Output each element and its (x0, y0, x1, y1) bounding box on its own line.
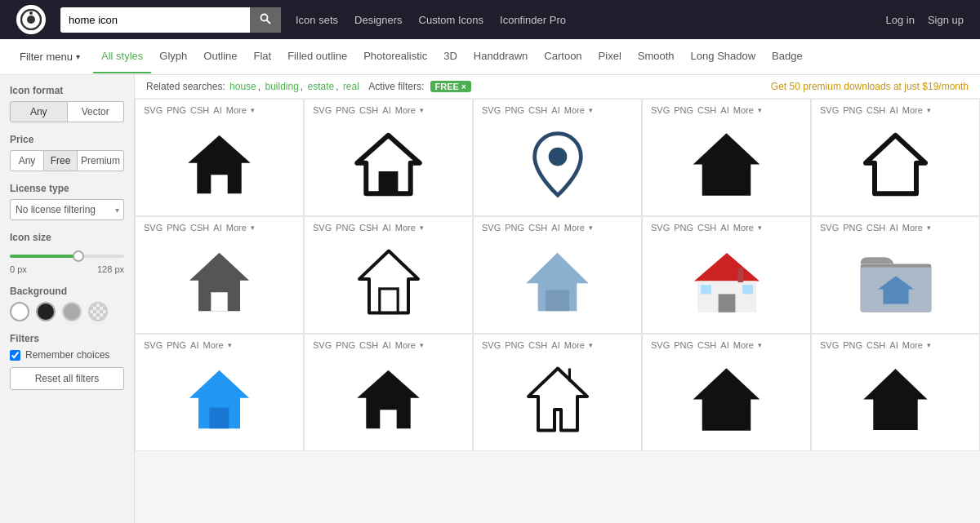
icon-cell[interactable]: SVG PNG CSH AI More ▾ (473, 334, 642, 451)
format-png[interactable]: PNG (505, 340, 524, 350)
format-ai[interactable]: AI (720, 223, 728, 233)
icon-cell[interactable]: SVG PNG CSH AI More ▾ (811, 216, 980, 334)
filter-menu-button[interactable]: Filter menu ▾ (13, 47, 87, 66)
nav-custom-icons[interactable]: Custom Icons (419, 14, 483, 26)
format-png[interactable]: PNG (336, 105, 355, 115)
format-csh[interactable]: CSH (359, 105, 378, 115)
tab-handdrawn[interactable]: Handdrawn (466, 40, 537, 73)
format-png[interactable]: PNG (167, 105, 186, 115)
format-svg[interactable]: SVG (651, 340, 670, 350)
format-csh[interactable]: CSH (866, 340, 885, 350)
format-png[interactable]: PNG (167, 223, 186, 233)
format-png[interactable]: PNG (167, 340, 186, 350)
format-ai[interactable]: AI (213, 223, 221, 233)
tab-smooth[interactable]: Smooth (630, 40, 683, 73)
format-svg[interactable]: SVG (820, 105, 839, 115)
related-building[interactable]: building (265, 81, 298, 92)
icon-cell[interactable]: SVG PNG CSH AI More ▾ (304, 216, 473, 334)
format-more[interactable]: More (733, 340, 754, 350)
format-csh[interactable]: CSH (359, 340, 378, 350)
icon-cell[interactable]: SVG PNG CSH AI More ▾ (642, 334, 811, 451)
tab-3d[interactable]: 3D (435, 40, 466, 73)
icon-cell[interactable]: SVG PNG CSH AI More ▾ (811, 334, 980, 451)
format-csh[interactable]: CSH (190, 105, 209, 115)
format-more[interactable]: More (395, 340, 416, 350)
format-more[interactable]: More (902, 105, 923, 115)
format-csh[interactable]: CSH (528, 340, 547, 350)
format-ai[interactable]: AI (720, 340, 728, 350)
format-ai[interactable]: AI (382, 340, 390, 350)
nav-designers[interactable]: Designers (354, 14, 403, 26)
format-csh[interactable]: CSH (866, 223, 885, 233)
format-more[interactable]: More (395, 223, 416, 233)
format-more[interactable]: More (226, 105, 247, 115)
format-png[interactable]: PNG (674, 223, 693, 233)
bg-black-swatch[interactable] (36, 302, 56, 321)
format-csh[interactable]: CSH (697, 340, 716, 350)
related-real[interactable]: real (343, 81, 359, 92)
format-any-button[interactable]: Any (10, 101, 68, 122)
icon-cell[interactable]: SVG PNG CSH AI More ▾ (642, 216, 811, 334)
format-svg[interactable]: SVG (820, 340, 839, 350)
format-ai[interactable]: AI (382, 105, 390, 115)
logo[interactable] (16, 5, 46, 34)
nav-pro[interactable]: Iconfinder Pro (500, 14, 566, 26)
format-svg[interactable]: SVG (482, 340, 501, 350)
format-ai[interactable]: AI (551, 105, 559, 115)
license-select[interactable]: No license filtering (10, 199, 124, 220)
format-svg[interactable]: SVG (482, 223, 501, 233)
format-png[interactable]: PNG (505, 105, 524, 115)
tab-glyph[interactable]: Glyph (151, 40, 195, 73)
format-svg[interactable]: SVG (651, 105, 670, 115)
format-more[interactable]: More (902, 340, 923, 350)
bg-gray-swatch[interactable] (62, 302, 82, 321)
icon-cell[interactable]: SVG PNG AI More ▾ (135, 334, 304, 451)
icon-cell[interactable]: SVG PNG CSH AI More ▾ (473, 216, 642, 334)
format-ai[interactable]: AI (889, 223, 898, 233)
format-png[interactable]: PNG (674, 340, 693, 350)
format-more[interactable]: More (733, 105, 754, 115)
format-more[interactable]: More (203, 340, 223, 350)
format-csh[interactable]: CSH (528, 105, 547, 115)
tab-badge[interactable]: Badge (764, 40, 811, 73)
icon-cell[interactable]: SVG PNG CSH AI More ▾ (135, 99, 304, 216)
free-badge[interactable]: FREE × (430, 81, 471, 92)
reset-filters-button[interactable]: Reset all filters (10, 367, 124, 390)
bg-checkered-swatch[interactable] (88, 302, 108, 321)
format-svg[interactable]: SVG (313, 340, 332, 350)
format-ai[interactable]: AI (551, 340, 559, 350)
nav-icon-sets[interactable]: Icon sets (296, 14, 338, 26)
format-csh[interactable]: CSH (528, 223, 547, 233)
format-csh[interactable]: CSH (190, 223, 209, 233)
format-more[interactable]: More (564, 223, 585, 233)
format-png[interactable]: PNG (336, 223, 355, 233)
format-ai[interactable]: AI (190, 340, 198, 350)
login-link[interactable]: Log in (885, 14, 914, 26)
format-ai[interactable]: AI (382, 223, 390, 233)
format-ai[interactable]: AI (213, 105, 221, 115)
format-more[interactable]: More (564, 105, 585, 115)
format-vector-button[interactable]: Vector (68, 101, 125, 122)
tab-cartoon[interactable]: Cartoon (536, 40, 590, 73)
format-png[interactable]: PNG (674, 105, 693, 115)
size-slider[interactable] (10, 255, 124, 258)
price-free-button[interactable]: Free (44, 150, 78, 171)
format-svg[interactable]: SVG (651, 223, 670, 233)
format-csh[interactable]: CSH (697, 223, 716, 233)
premium-promo[interactable]: Get 50 premium downloads at just $19/mon… (771, 81, 969, 92)
search-input[interactable] (60, 8, 250, 32)
format-csh[interactable]: CSH (697, 105, 716, 115)
tab-outline[interactable]: Outline (195, 40, 245, 73)
icon-cell[interactable]: SVG PNG CSH AI More ▾ (642, 99, 811, 216)
price-premium-button[interactable]: Premium (78, 150, 124, 171)
related-house[interactable]: house (229, 81, 256, 92)
icon-cell[interactable]: SVG PNG CSH AI More ▾ (135, 216, 304, 334)
format-ai[interactable]: AI (889, 105, 898, 115)
format-ai[interactable]: AI (889, 340, 898, 350)
tab-long-shadow[interactable]: Long Shadow (683, 40, 764, 73)
format-svg[interactable]: SVG (144, 340, 163, 350)
badge-close-icon[interactable]: × (461, 82, 466, 91)
format-svg[interactable]: SVG (820, 223, 839, 233)
format-svg[interactable]: SVG (144, 105, 163, 115)
format-more[interactable]: More (733, 223, 754, 233)
